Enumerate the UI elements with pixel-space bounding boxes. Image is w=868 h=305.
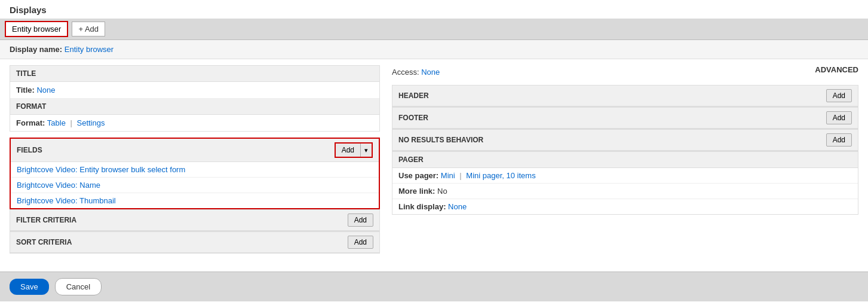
header-add-button[interactable]: Add <box>826 89 852 102</box>
no-results-label: NO RESULTS BEHAVIOR <box>398 136 483 144</box>
fields-add-group: Add ▾ <box>335 142 373 158</box>
pager-section: PAGER Use pager: Mini | Mini pager, 10 i… <box>392 151 858 215</box>
fields-dropdown-button[interactable]: ▾ <box>361 144 372 157</box>
link-display-row: Link display: None <box>392 199 858 214</box>
access-label: Access: <box>392 68 419 77</box>
title-section: TITLE Title: None FORMAT Format: Table |… <box>10 65 380 132</box>
advanced-label: ADVANCED <box>815 65 858 74</box>
header-section-header: HEADER Add <box>392 86 858 106</box>
footer-section-header: FOOTER Add <box>392 108 858 129</box>
page-wrapper: Displays Entity browser + Add Display na… <box>0 0 868 305</box>
fields-link-2[interactable]: Brightcove Video: Name <box>17 181 100 190</box>
left-column: TITLE Title: None FORMAT Format: Table |… <box>10 65 380 254</box>
use-pager-label: Use pager: <box>398 171 438 180</box>
access-value[interactable]: None <box>421 68 440 77</box>
title-section-header: TITLE <box>10 66 379 82</box>
title-row: Title: None <box>10 82 379 99</box>
cancel-button[interactable]: Cancel <box>55 278 102 295</box>
pager-header: PAGER <box>392 152 858 168</box>
sort-criteria-header: SORT CRITERIA Add <box>10 232 379 253</box>
plus-icon: + <box>78 25 83 33</box>
pager-separator: | <box>459 171 461 180</box>
access-row: Access: None <box>392 65 440 79</box>
use-pager-row: Use pager: Mini | Mini pager, 10 items <box>392 168 858 184</box>
right-top-row: Access: None ADVANCED <box>392 65 858 79</box>
filter-criteria-add-button[interactable]: Add <box>348 214 373 227</box>
format-row: Format: Table | Settings <box>10 115 379 131</box>
format-section-header: FORMAT <box>10 99 379 115</box>
display-name-value: Entity browser <box>65 45 114 54</box>
filter-criteria-label: FILTER CRITERIA <box>16 216 76 224</box>
fields-link-1[interactable]: Brightcove Video: Entity browser bulk se… <box>17 165 185 174</box>
displays-title: Displays <box>10 5 858 15</box>
format-settings-link[interactable]: Settings <box>77 118 105 127</box>
tabs-bar: Entity browser + Add <box>0 19 868 40</box>
footer-section: FOOTER Add <box>392 107 858 129</box>
header-section: HEADER Add <box>392 85 858 107</box>
fields-link-3[interactable]: Brightcove Video: Thumbnail <box>17 196 116 205</box>
display-name-row: Display name: Entity browser <box>0 40 868 59</box>
title-value[interactable]: None <box>36 86 55 94</box>
link-display-label: Link display: <box>398 202 446 211</box>
fields-item-2: Brightcove Video: Name <box>11 178 379 193</box>
more-link-value[interactable]: No <box>437 187 447 196</box>
fields-section: FIELDS Add ▾ Brightcove Video: Entity br… <box>10 138 380 209</box>
footer-add-button[interactable]: Add <box>826 111 852 124</box>
title-label: Title: <box>16 86 35 94</box>
add-display-label: Add <box>85 25 99 33</box>
fields-header: FIELDS Add ▾ <box>11 139 379 162</box>
save-button[interactable]: Save <box>10 279 49 295</box>
no-results-section: NO RESULTS BEHAVIOR Add <box>392 129 858 151</box>
fields-add-button[interactable]: Add <box>336 144 361 157</box>
use-pager-value-mini[interactable]: Mini <box>441 171 455 180</box>
format-separator: | <box>70 118 72 127</box>
right-column: Access: None ADVANCED HEADER Add FOOTER … <box>392 65 858 254</box>
more-link-row: More link: No <box>392 184 858 199</box>
fields-header-label: FIELDS <box>17 146 42 154</box>
sort-criteria-label: SORT CRITERIA <box>16 238 72 246</box>
add-display-button[interactable]: + Add <box>72 22 105 36</box>
use-pager-value-full[interactable]: Mini pager, 10 items <box>466 171 535 180</box>
no-results-section-header: NO RESULTS BEHAVIOR Add <box>392 130 858 151</box>
sort-criteria-section: SORT CRITERIA Add <box>10 231 380 254</box>
display-name-label: Display name: <box>10 45 62 54</box>
tab-entity-browser[interactable]: Entity browser <box>5 21 68 37</box>
more-link-label: More link: <box>398 187 435 196</box>
fields-item-3: Brightcove Video: Thumbnail <box>11 193 379 208</box>
format-value[interactable]: Table <box>47 118 66 127</box>
footer-label: FOOTER <box>398 114 428 122</box>
filter-criteria-header: FILTER CRITERIA Add <box>10 210 379 231</box>
format-label: Format: <box>16 118 45 127</box>
main-content: TITLE Title: None FORMAT Format: Table |… <box>0 59 868 260</box>
displays-header: Displays <box>0 0 868 15</box>
fields-item-1: Brightcove Video: Entity browser bulk se… <box>11 162 379 178</box>
no-results-add-button[interactable]: Add <box>826 133 852 147</box>
header-label: HEADER <box>398 92 429 100</box>
link-display-value[interactable]: None <box>448 202 467 211</box>
bottom-bar: Save Cancel <box>0 272 868 301</box>
filter-criteria-section: FILTER CRITERIA Add <box>10 209 380 231</box>
sort-criteria-add-button[interactable]: Add <box>348 236 373 249</box>
